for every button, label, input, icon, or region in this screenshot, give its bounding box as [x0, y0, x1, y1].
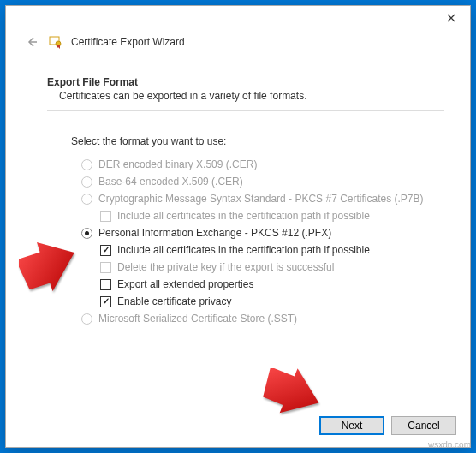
- radio-icon: [81, 159, 92, 170]
- option-label: Delete the private key if the export is …: [117, 261, 334, 273]
- section-description: Certificates can be exported in a variet…: [59, 90, 444, 102]
- checkbox-icon: [100, 296, 111, 307]
- back-button[interactable]: [23, 33, 40, 51]
- next-button[interactable]: Next: [319, 416, 384, 435]
- option-label: Base-64 encoded X.509 (.CER): [98, 176, 243, 188]
- checkbox-icon: [100, 211, 111, 222]
- option-label: Enable certificate privacy: [117, 295, 231, 307]
- option-label: DER encoded binary X.509 (.CER): [98, 158, 257, 170]
- radio-icon: [81, 313, 92, 325]
- option-sst: Microsoft Serialized Certificate Store (…: [81, 310, 444, 327]
- checkbox-icon: [100, 245, 111, 256]
- wizard-content: Export File Format Certificates can be e…: [6, 59, 470, 408]
- close-icon: [447, 14, 455, 22]
- option-label: Include all certificates in the certific…: [117, 244, 370, 256]
- watermark: wsxdn.com: [428, 440, 471, 450]
- divider: [47, 110, 444, 111]
- option-label: Cryptographic Message Syntax Standard - …: [98, 193, 424, 205]
- option-pfx-delete: Delete the private key if the export is …: [100, 259, 444, 276]
- radio-icon: [81, 176, 92, 188]
- checkbox-icon: [100, 279, 111, 290]
- option-label: Export all extended properties: [117, 278, 253, 290]
- option-pfx-ext[interactable]: Export all extended properties: [100, 276, 444, 293]
- radio-icon: [81, 194, 92, 205]
- option-label: Personal Information Exchange - PKCS #12…: [98, 227, 331, 239]
- option-pfx-include[interactable]: Include all certificates in the certific…: [100, 241, 444, 259]
- wizard-title: Certificate Export Wizard: [71, 36, 185, 48]
- option-der: DER encoded binary X.509 (.CER): [81, 156, 444, 173]
- option-label: Microsoft Serialized Certificate Store (…: [98, 313, 297, 325]
- cancel-button[interactable]: Cancel: [391, 416, 456, 435]
- option-pkcs7-include: Include all certificates in the certific…: [100, 207, 444, 224]
- certificate-icon: [49, 35, 62, 49]
- option-pkcs7: Cryptographic Message Syntax Standard - …: [81, 190, 444, 207]
- checkbox-icon: [100, 262, 111, 273]
- format-intro: Select the format you want to use:: [71, 135, 444, 147]
- format-options: DER encoded binary X.509 (.CER) Base-64 …: [81, 156, 444, 327]
- wizard-window: Certificate Export Wizard Export File Fo…: [5, 5, 471, 448]
- close-button[interactable]: [431, 6, 470, 30]
- option-pfx[interactable]: Personal Information Exchange - PKCS #12…: [81, 224, 444, 241]
- arrow-left-icon: [25, 35, 39, 49]
- option-pfx-privacy[interactable]: Enable certificate privacy: [100, 293, 444, 310]
- option-label: Include all certificates in the certific…: [117, 210, 370, 222]
- radio-icon: [81, 228, 92, 239]
- section-heading: Export File Format: [47, 76, 444, 88]
- titlebar: [6, 6, 470, 32]
- wizard-footer: Next Cancel: [6, 408, 470, 447]
- wizard-header: Certificate Export Wizard: [6, 32, 470, 59]
- option-base64: Base-64 encoded X.509 (.CER): [81, 173, 444, 190]
